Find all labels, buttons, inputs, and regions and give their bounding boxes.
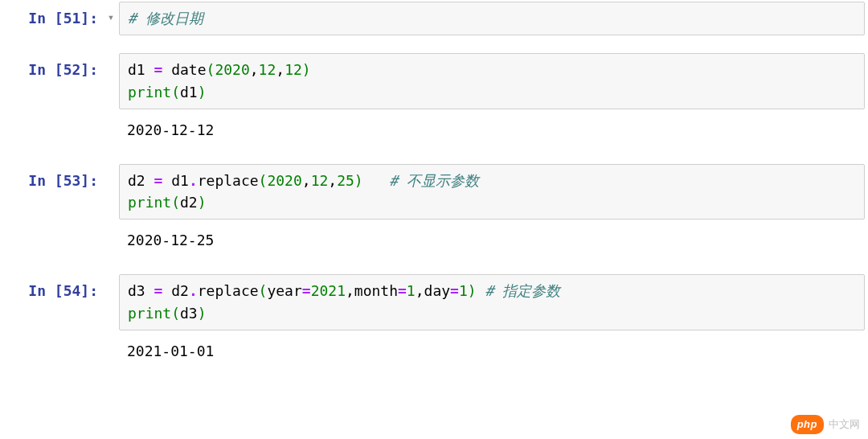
input-prompt: In [53]: <box>0 164 103 220</box>
code-cell: In [54]: d3 = d2.replace(year=2021,month… <box>0 274 868 330</box>
code-token: , <box>328 172 337 189</box>
code-token: date <box>162 61 206 78</box>
code-token: 1 <box>407 282 416 299</box>
notebook: In [51]: ▾ # 修改日期 In [52]: d1 = date(202… <box>0 0 868 374</box>
code-token: ) <box>198 194 207 211</box>
code-token: 1 <box>459 282 468 299</box>
input-prompt: In [51]: <box>0 2 103 35</box>
code-token: 25 <box>337 172 354 189</box>
code-token: = <box>398 282 407 299</box>
code-token: d2 <box>162 282 189 299</box>
code-token: d2 <box>180 194 198 211</box>
code-token: = <box>302 282 311 299</box>
code-token: , <box>346 282 354 299</box>
code-token: 2020 <box>215 61 249 78</box>
output-prompt <box>0 330 103 367</box>
code-token: = <box>154 61 163 78</box>
code-token: . <box>189 172 198 189</box>
stdout-text: 2021-01-01 <box>119 330 865 367</box>
output-cell: 2020-12-12 <box>0 109 868 146</box>
code-token: ( <box>207 61 215 78</box>
code-input-area[interactable]: d3 = d2.replace(year=2021,month=1,day=1)… <box>119 274 865 330</box>
code-token: ) <box>468 282 477 299</box>
code-token: month <box>354 282 398 299</box>
code-box[interactable]: d1 = date(2020,12,12) print(d1) <box>119 53 865 109</box>
run-cell-indicator[interactable]: ▾ <box>103 2 119 35</box>
code-token: year <box>267 282 301 299</box>
code-input-area[interactable]: d2 = d1.replace(2020,12,25) # 不显示参数 prin… <box>119 164 865 220</box>
code-token: = <box>154 172 163 189</box>
output-area: 2020-12-25 <box>119 220 865 256</box>
run-cell-indicator <box>103 164 119 220</box>
code-cell: In [52]: d1 = date(2020,12,12) print(d1) <box>0 53 868 109</box>
code-token: , <box>276 61 285 78</box>
code-token: replace <box>198 282 259 299</box>
code-token: , <box>416 282 424 299</box>
code-token: d3 <box>180 305 198 322</box>
code-token: ( <box>171 194 180 211</box>
run-cell-indicator <box>103 53 119 109</box>
code-token <box>363 172 390 189</box>
input-prompt: In [52]: <box>0 53 103 109</box>
code-cell: In [53]: d2 = d1.replace(2020,12,25) # 不… <box>0 164 868 220</box>
output-cell: 2020-12-25 <box>0 220 868 256</box>
output-area: 2020-12-12 <box>119 109 865 146</box>
code-box[interactable]: # 修改日期 <box>119 2 865 35</box>
code-token: ( <box>259 172 268 189</box>
code-token: , <box>302 172 311 189</box>
code-token: day <box>424 282 451 299</box>
code-token: # 指定参数 <box>485 282 560 299</box>
output-prompt <box>0 220 103 256</box>
code-token: 12 <box>259 61 276 78</box>
code-token: replace <box>198 172 259 189</box>
code-token: print <box>128 84 171 101</box>
code-token: 2020 <box>267 172 301 189</box>
input-prompt: In [54]: <box>0 274 103 330</box>
code-token: . <box>189 282 198 299</box>
code-token: = <box>154 282 163 299</box>
code-token: d3 <box>128 282 154 299</box>
output-cell: 2021-01-01 <box>0 330 868 367</box>
code-token: , <box>250 61 259 78</box>
code-box[interactable]: d2 = d1.replace(2020,12,25) # 不显示参数 prin… <box>119 164 865 220</box>
code-token: d2 <box>128 172 154 189</box>
code-token: 2021 <box>311 282 346 299</box>
stdout-text: 2020-12-25 <box>119 220 865 256</box>
code-box[interactable]: d3 = d2.replace(year=2021,month=1,day=1)… <box>119 274 865 330</box>
code-token: # 不显示参数 <box>389 172 479 189</box>
output-area: 2021-01-01 <box>119 330 865 367</box>
code-token: ) <box>354 172 363 189</box>
code-token: # 修改日期 <box>128 10 203 27</box>
code-input-area[interactable]: # 修改日期 <box>119 2 865 35</box>
code-token: ( <box>171 84 180 101</box>
code-token: print <box>128 305 171 322</box>
code-token: d1 <box>128 61 154 78</box>
code-cell: In [51]: ▾ # 修改日期 <box>0 2 868 35</box>
code-token: ) <box>198 84 207 101</box>
code-token: d1 <box>162 172 189 189</box>
stdout-text: 2020-12-12 <box>119 109 865 146</box>
cell-gap <box>0 256 868 274</box>
code-token: d1 <box>180 84 198 101</box>
run-cell-indicator <box>103 274 119 330</box>
cell-gap <box>0 35 868 53</box>
code-token: ( <box>259 282 268 299</box>
code-token: print <box>128 194 171 211</box>
cell-gap <box>0 146 868 164</box>
code-token: = <box>450 282 459 299</box>
code-token: ( <box>171 305 180 322</box>
code-token: 12 <box>311 172 329 189</box>
code-token: ) <box>302 61 311 78</box>
code-token <box>477 282 485 299</box>
code-token: ) <box>198 305 207 322</box>
code-token: 12 <box>285 61 302 78</box>
code-input-area[interactable]: d1 = date(2020,12,12) print(d1) <box>119 53 865 109</box>
output-prompt <box>0 109 103 146</box>
